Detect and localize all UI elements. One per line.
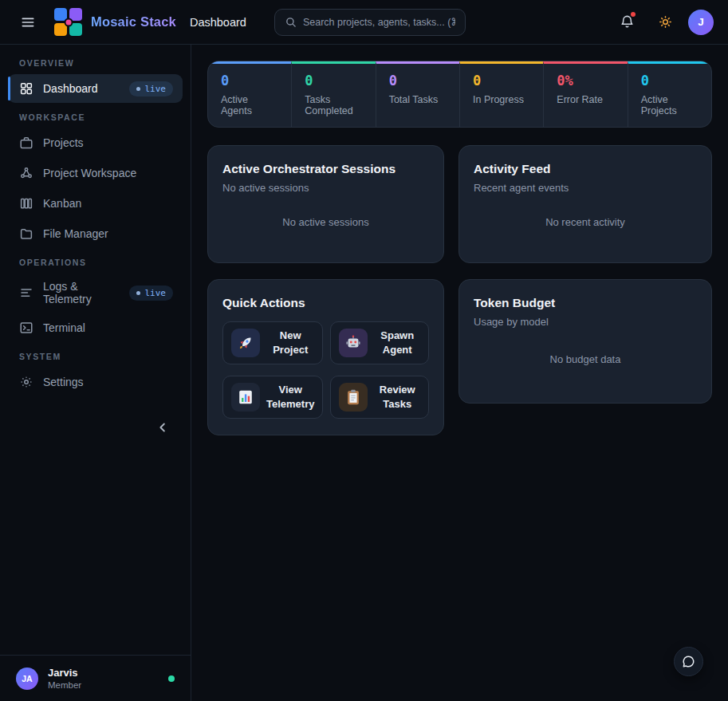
user-avatar[interactable]: J [688, 10, 714, 35]
page-title: Dashboard [190, 16, 246, 29]
dashboard-cards: Active Orchestrator Sessions No active s… [207, 145, 712, 435]
live-badge: live [129, 286, 174, 301]
main-content: 0 Active Agents 0 Tasks Completed 0 Tota… [191, 45, 728, 701]
card-subtitle: No active sessions [222, 182, 429, 194]
stat-label: In Progress [473, 94, 530, 105]
section-label-workspace: WORKSPACE [0, 112, 191, 122]
bell-icon [620, 14, 635, 30]
quick-actions-card: Quick Actions New Project [207, 279, 444, 435]
stat-value: 0 [641, 73, 698, 89]
terminal-icon [19, 321, 33, 335]
online-status-dot [168, 675, 175, 682]
briefcase-icon [19, 136, 33, 150]
chevron-left-icon [155, 420, 170, 435]
header-actions: J [612, 7, 714, 37]
user-role: Member [48, 680, 81, 690]
sidebar-item-project-workspace[interactable]: Project Workspace [8, 159, 183, 187]
log-lines-icon [19, 286, 33, 300]
theme-toggle-button[interactable] [650, 7, 680, 37]
user-name: Jarvis [48, 667, 81, 679]
folder-icon [19, 226, 33, 241]
network-nodes-icon [19, 166, 33, 180]
stat-label: Active Projects [641, 94, 698, 116]
sidebar-item-label: Dashboard [43, 82, 98, 95]
hamburger-icon [20, 14, 36, 30]
live-badge-label: live [145, 288, 167, 298]
stat-active-agents: 0 Active Agents [208, 61, 291, 127]
chat-fab-button[interactable] [674, 647, 703, 676]
action-label: New Project [266, 329, 314, 356]
sidebar-item-settings[interactable]: Settings [8, 368, 183, 396]
notification-dot [631, 12, 636, 17]
sidebar: OVERVIEW Dashboard live WORKSPACE Projec… [0, 45, 191, 701]
action-label: View Telemetry [266, 383, 314, 411]
section-label-system: SYSTEM [0, 352, 191, 361]
search-icon [285, 16, 297, 28]
stat-tasks-completed: 0 Tasks Completed [291, 61, 375, 127]
view-telemetry-button[interactable]: View Telemetry [222, 376, 323, 419]
sidebar-item-projects[interactable]: Projects [8, 128, 183, 157]
sidebar-item-label: Settings [43, 376, 84, 388]
clipboard-icon [339, 383, 368, 412]
sidebar-item-file-manager[interactable]: File Manager [8, 219, 183, 248]
action-label: Spawn Agent [374, 329, 420, 356]
settings-gear-icon [19, 375, 33, 389]
sidebar-item-label: Projects [43, 136, 84, 149]
sidebar-item-kanban[interactable]: Kanban [8, 189, 183, 218]
live-badge-label: live [145, 84, 167, 94]
avatar-initial: J [698, 16, 704, 28]
review-tasks-button[interactable]: Review Tasks [330, 376, 429, 419]
stat-label: Tasks Completed [305, 94, 362, 116]
new-project-button[interactable]: New Project [222, 321, 323, 364]
sidebar-item-label: File Manager [43, 227, 108, 240]
card-title: Token Budget [474, 296, 697, 310]
sidebar-user-card[interactable]: JA Jarvis Member [0, 655, 191, 701]
live-dot-icon [136, 291, 140, 295]
user-info: Jarvis Member [48, 667, 81, 690]
stat-value: 0 [389, 73, 447, 89]
sidebar-item-label: Project Workspace [43, 167, 136, 179]
mosaic-logo-icon [54, 8, 83, 37]
hamburger-menu-button[interactable] [13, 7, 43, 37]
chat-bubble-icon [681, 654, 696, 669]
section-label-overview: OVERVIEW [0, 58, 191, 68]
stat-error-rate: 0% Error Rate [543, 61, 627, 127]
sidebar-collapse-button[interactable] [152, 417, 173, 438]
notifications-button[interactable] [612, 7, 642, 37]
stat-total-tasks: 0 Total Tasks [376, 61, 459, 127]
sidebar-item-label: Logs & Telemetry [43, 280, 120, 305]
user-initials: JA [22, 674, 32, 683]
robot-icon [339, 329, 368, 357]
quick-actions-grid: New Project Spawn Agent [222, 321, 429, 419]
empty-state-text: No active sessions [222, 194, 429, 250]
sidebar-item-label: Terminal [43, 321, 85, 334]
card-subtitle: Usage by model [474, 316, 697, 328]
kanban-columns-icon [19, 196, 33, 211]
live-badge: live [129, 81, 174, 96]
rocket-icon [231, 329, 260, 357]
empty-state-text: No budget data [474, 328, 697, 390]
bar-chart-icon [231, 383, 260, 412]
sidebar-item-logs-telemetry[interactable]: Logs & Telemetry live [8, 274, 183, 312]
card-title: Activity Feed [474, 162, 697, 176]
stat-active-projects: 0 Active Projects [628, 61, 711, 127]
sidebar-item-dashboard[interactable]: Dashboard live [8, 74, 183, 103]
activity-feed-card: Activity Feed Recent agent events No rec… [458, 145, 712, 263]
brand-name: Mosaic Stack [91, 14, 176, 30]
search-input[interactable] [303, 17, 455, 28]
dashboard-grid-icon [19, 81, 33, 96]
sidebar-item-terminal[interactable]: Terminal [8, 313, 183, 342]
live-dot-icon [136, 87, 140, 91]
token-budget-card: Token Budget Usage by model No budget da… [458, 279, 712, 404]
user-initials-avatar: JA [16, 668, 38, 690]
card-title: Active Orchestrator Sessions [222, 162, 429, 176]
stat-value: 0 [221, 73, 278, 89]
empty-state-text: No recent activity [474, 194, 697, 250]
spawn-agent-button[interactable]: Spawn Agent [330, 321, 429, 364]
stat-in-progress: 0 In Progress [459, 61, 543, 127]
section-label-operations: OPERATIONS [0, 258, 191, 267]
global-search[interactable] [274, 9, 466, 36]
sidebar-nav: OVERVIEW Dashboard live WORKSPACE Projec… [0, 45, 191, 655]
stat-value: 0 [473, 73, 530, 89]
app-root: Mosaic Stack Dashboard J [0, 0, 728, 701]
